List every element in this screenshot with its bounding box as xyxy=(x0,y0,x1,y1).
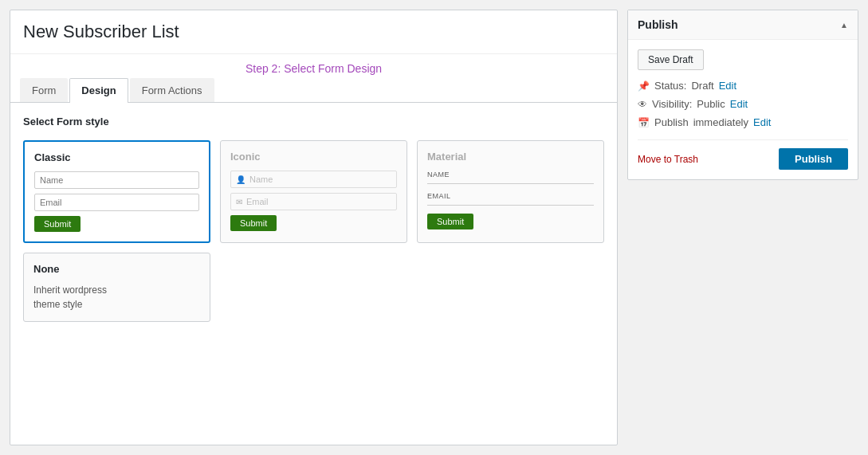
style-card-material[interactable]: Material NAME EMAIL Submit xyxy=(417,140,604,243)
visibility-edit-link[interactable]: Edit xyxy=(730,98,748,110)
publish-box: Publish ▲ Save Draft 📌 Status: Draft Edi… xyxy=(627,10,858,180)
status-icon: 📌 xyxy=(638,80,650,92)
visibility-row: 👁 Visibility: Public Edit xyxy=(638,98,848,110)
style-card-classic-title: Classic xyxy=(34,151,199,163)
style-grid-row2: None Inherit wordpresstheme style xyxy=(23,253,604,322)
visibility-icon: 👁 xyxy=(638,99,647,110)
page-title: New Subscriber List xyxy=(10,10,617,54)
publish-header: Publish ▲ xyxy=(628,10,858,40)
move-to-trash-link[interactable]: Move to Trash xyxy=(638,154,698,165)
publish-time: immediately xyxy=(693,116,748,128)
iconic-name-label: Name xyxy=(249,175,273,184)
email-icon: ✉ xyxy=(236,198,242,206)
iconic-email-label: Email xyxy=(246,197,269,206)
iconic-name-field: 👤 Name xyxy=(230,171,397,188)
classic-email-input xyxy=(34,194,199,211)
status-value: Draft xyxy=(691,80,713,92)
classic-name-input xyxy=(34,171,199,189)
material-email-input xyxy=(427,202,594,206)
publish-button[interactable]: Publish xyxy=(779,148,848,170)
publish-actions: Move to Trash Publish xyxy=(638,139,848,170)
calendar-icon: 📅 xyxy=(638,117,650,128)
style-card-classic[interactable]: Classic Submit xyxy=(23,140,210,243)
material-name-label: NAME xyxy=(427,171,594,178)
style-card-iconic-title: Iconic xyxy=(230,151,397,163)
sidebar: Publish ▲ Save Draft 📌 Status: Draft Edi… xyxy=(627,10,858,445)
material-email-label: EMAIL xyxy=(427,192,594,200)
tab-content-design: Select Form style Classic Submit Iconic xyxy=(10,103,617,335)
classic-preview: Submit xyxy=(34,171,199,232)
material-name-input xyxy=(427,180,594,184)
publish-time-edit-link[interactable]: Edit xyxy=(753,116,771,128)
style-grid: Classic Submit Iconic 👤 Name xyxy=(23,140,604,243)
tab-bar: Form Design Form Actions xyxy=(10,78,617,103)
step-indicator: Step 2: Select Form Design xyxy=(10,54,617,78)
publish-time-row: 📅 Publish immediately Edit xyxy=(638,116,848,128)
style-card-iconic[interactable]: Iconic 👤 Name ✉ Email Submit xyxy=(220,140,407,243)
save-draft-button[interactable]: Save Draft xyxy=(638,49,704,70)
style-card-none[interactable]: None Inherit wordpresstheme style xyxy=(23,253,210,322)
tab-design[interactable]: Design xyxy=(69,78,128,103)
user-icon: 👤 xyxy=(236,175,245,184)
publish-header-title: Publish xyxy=(638,18,678,31)
visibility-value: Public xyxy=(697,98,725,110)
visibility-label: Visibility: xyxy=(652,98,692,110)
publish-label: Publish xyxy=(654,116,689,128)
style-card-none-title: None xyxy=(33,263,200,275)
none-description: Inherit wordpresstheme style xyxy=(33,283,200,312)
material-submit-btn: Submit xyxy=(427,214,473,229)
style-card-material-title: Material xyxy=(427,151,594,163)
iconic-email-field: ✉ Email xyxy=(230,193,397,210)
iconic-preview: 👤 Name ✉ Email Submit xyxy=(230,171,397,231)
section-title: Select Form style xyxy=(23,116,604,127)
status-edit-link[interactable]: Edit xyxy=(719,80,736,92)
iconic-submit-btn: Submit xyxy=(230,215,277,231)
status-row: 📌 Status: Draft Edit xyxy=(638,80,848,92)
tab-form[interactable]: Form xyxy=(20,78,68,102)
main-content-panel: New Subscriber List Step 2: Select Form … xyxy=(10,10,618,445)
classic-submit-btn: Submit xyxy=(34,216,81,232)
collapse-icon[interactable]: ▲ xyxy=(840,21,848,29)
status-label: Status: xyxy=(654,80,686,92)
tab-form-actions[interactable]: Form Actions xyxy=(130,78,214,102)
material-preview: NAME EMAIL Submit xyxy=(427,171,594,229)
publish-body: Save Draft 📌 Status: Draft Edit 👁 Visibi… xyxy=(628,40,858,179)
